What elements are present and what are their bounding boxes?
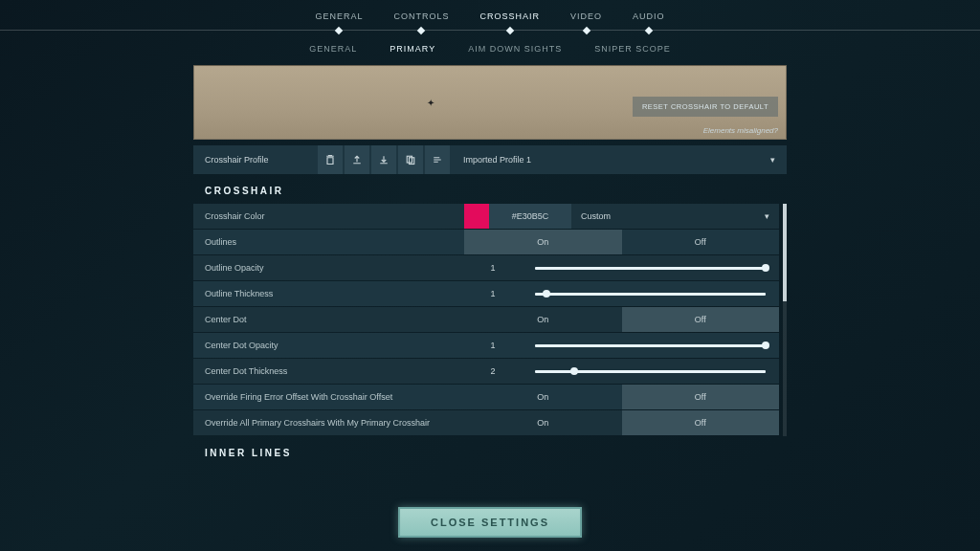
row-outlines: Outlines On Off	[193, 230, 779, 254]
outlines-on[interactable]: On	[464, 230, 622, 254]
tab-audio[interactable]: AUDIO	[617, 8, 680, 31]
tab-crosshair[interactable]: CROSSHAIR	[464, 8, 555, 31]
row-center-dot-opacity: Center Dot Opacity 1	[193, 333, 779, 358]
misaligned-link[interactable]: Elements misaligned?	[703, 126, 778, 135]
subtab-primary[interactable]: PRIMARY	[376, 40, 449, 57]
chevron-down-icon: ▾	[770, 155, 775, 165]
center-dot-opacity-slider[interactable]	[535, 344, 766, 347]
reset-crosshair-button[interactable]: RESET CROSSHAIR TO DEFAULT	[633, 97, 778, 117]
crosshair-icon: ✦	[427, 98, 434, 108]
label-center-dot-thickness: Center Dot Thickness	[193, 366, 464, 376]
override-firing-on[interactable]: On	[464, 385, 622, 409]
row-outline-opacity: Outline Opacity 1	[193, 255, 779, 280]
profile-row: Crosshair Profile Imported Profile 1 ▾	[193, 145, 787, 174]
profile-value: Imported Profile 1	[463, 155, 531, 165]
center-dot-opacity-value: 1	[464, 341, 522, 350]
subtab-general[interactable]: GENERAL	[296, 40, 370, 57]
color-mode-dropdown[interactable]: Custom▾	[571, 204, 779, 229]
center-dot-on[interactable]: On	[464, 307, 622, 332]
label-outlines: Outlines	[193, 237, 464, 247]
subtab-sniper[interactable]: SNIPER SCOPE	[581, 40, 684, 57]
outline-thickness-value: 1	[464, 289, 522, 298]
profile-dropdown[interactable]: Imported Profile 1 ▾	[452, 155, 787, 165]
close-settings-button[interactable]: CLOSE SETTINGS	[398, 507, 582, 538]
import-profile-icon[interactable]	[371, 145, 396, 174]
scrollbar[interactable]	[783, 204, 787, 436]
override-firing-off[interactable]: Off	[622, 385, 780, 409]
crosshair-preview-panel: ✦ RESET CROSSHAIR TO DEFAULT Elements mi…	[193, 65, 787, 140]
color-swatch[interactable]	[464, 204, 489, 229]
outline-opacity-value: 1	[464, 263, 522, 273]
row-override-all: Override All Primary Crosshairs With My …	[193, 410, 779, 435]
outline-thickness-slider[interactable]	[535, 293, 766, 296]
label-override-all: Override All Primary Crosshairs With My …	[193, 418, 464, 428]
center-dot-thickness-slider[interactable]	[535, 370, 766, 373]
center-dot-off[interactable]: Off	[622, 307, 780, 332]
row-override-firing: Override Firing Error Offset With Crossh…	[193, 385, 779, 409]
copy-profile-icon[interactable]	[398, 145, 423, 174]
row-crosshair-color: Crosshair Color #E30B5C Custom▾	[193, 204, 779, 229]
row-center-dot-thickness: Center Dot Thickness 2	[193, 359, 779, 384]
color-code-input[interactable]: #E30B5C	[489, 204, 571, 229]
sub-tabs: GENERAL PRIMARY AIM DOWN SIGHTS SNIPER S…	[0, 31, 980, 65]
label-outline-thickness: Outline Thickness	[193, 289, 464, 298]
label-center-dot: Center Dot	[193, 315, 464, 324]
row-center-dot: Center Dot On Off	[193, 307, 779, 332]
delete-profile-icon[interactable]	[318, 145, 343, 174]
row-outline-thickness: Outline Thickness 1	[193, 281, 779, 306]
section-crosshair-header: CROSSHAIR	[193, 174, 787, 204]
label-center-dot-opacity: Center Dot Opacity	[193, 341, 464, 350]
override-all-off[interactable]: Off	[622, 410, 780, 435]
profile-label: Crosshair Profile	[193, 155, 318, 165]
label-outline-opacity: Outline Opacity	[193, 263, 464, 273]
label-color: Crosshair Color	[193, 211, 464, 221]
subtab-ads[interactable]: AIM DOWN SIGHTS	[455, 40, 575, 57]
chevron-down-icon: ▾	[765, 211, 769, 221]
export-profile-icon[interactable]	[345, 145, 369, 174]
tab-controls[interactable]: CONTROLS	[378, 8, 464, 31]
center-dot-thickness-value: 2	[464, 366, 522, 376]
outlines-off[interactable]: Off	[622, 230, 780, 254]
tab-video[interactable]: VIDEO	[555, 8, 617, 31]
tab-general[interactable]: GENERAL	[300, 8, 378, 31]
main-tabs: GENERAL CONTROLS CROSSHAIR VIDEO AUDIO	[0, 0, 980, 31]
outline-opacity-slider[interactable]	[535, 267, 766, 270]
edit-profile-icon[interactable]	[425, 145, 450, 174]
section-inner-lines-header: INNER LINES	[193, 436, 787, 466]
override-all-on[interactable]: On	[464, 410, 622, 435]
label-override-firing: Override Firing Error Offset With Crossh…	[193, 392, 464, 402]
